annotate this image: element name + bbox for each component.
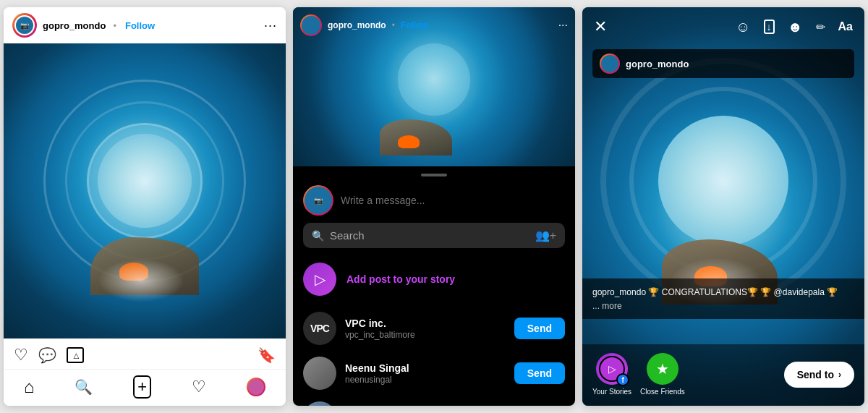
heart-nav-button[interactable]: ♡ — [192, 378, 206, 396]
pen-icon[interactable]: ✏ — [816, 20, 825, 34]
post-image — [4, 43, 286, 339]
story-bottom-bar: ▷ f Your Stories ★ Close Friends Send to… — [582, 344, 864, 406]
bookmark-button[interactable]: 🔖 — [258, 346, 276, 364]
close-friends-label: Close Friends — [640, 388, 685, 396]
search-icon: 🔍 — [312, 230, 324, 242]
story-share-options: ▷ f Your Stories ★ Close Friends Send to… — [592, 353, 854, 396]
add-story-label[interactable]: Add post to your story — [346, 273, 455, 285]
contact-name: VPC inc. — [345, 318, 506, 329]
story-play-icon: ▷ — [608, 363, 616, 375]
instagram-post-panel: 📷 gopro_mondo • Follow ··· ♡ 💬 ▷ 🔖 ⌂ 🔍 +… — [4, 7, 286, 406]
preview-more[interactable]: ··· — [558, 19, 568, 32]
search-row[interactable]: 🔍 Search 👥+ — [303, 223, 565, 248]
profile-avatar-inner — [248, 379, 264, 395]
preview-jetski — [398, 135, 420, 148]
add-story-icon-circle: ▷ — [303, 263, 336, 296]
add-story-icon: ▷ — [315, 271, 326, 288]
send-button-2[interactable]: Send — [514, 362, 565, 384]
contact-row: Doga11798 doga11798 Send — [293, 396, 575, 406]
preview-follow[interactable]: Follow — [401, 20, 428, 30]
message-input[interactable] — [341, 195, 565, 206]
story-view-panel: ✕ ☺ ↓ ☻ ✏ Aa gopro_mondo gopro_mondo 🏆 C… — [582, 7, 864, 406]
preview-sky — [398, 43, 470, 116]
add-nav-button[interactable]: + — [133, 375, 151, 399]
post-actions: ♡ 💬 ▷ 🔖 — [4, 339, 286, 369]
sky-inner — [98, 134, 192, 228]
contact-handle: vpc_inc_baltimore — [345, 330, 506, 340]
contact-row: VPC VPC inc. vpc_inc_baltimore Send — [293, 306, 575, 351]
water-spray — [98, 259, 184, 302]
post-preview-thumbnail: gopro_mondo • Follow ··· — [293, 7, 575, 166]
like-button[interactable]: ♡ — [14, 346, 28, 365]
contact-list: VPC VPC inc. vpc_inc_baltimore Send Neen… — [293, 306, 575, 406]
contact-avatar-2 — [303, 357, 336, 390]
your-stories-label: Your Stories — [592, 388, 631, 396]
preview-avatar-inner — [302, 16, 320, 35]
drag-handle[interactable] — [421, 174, 447, 176]
story-user-avatar-inner — [601, 55, 618, 72]
contact-info-2: Neenu Singal neenusingal — [345, 362, 506, 385]
profile-nav-button[interactable] — [247, 378, 265, 396]
camera-icon: 📷 — [20, 22, 29, 30]
story-sky-circle — [658, 116, 788, 246]
bottom-nav: ⌂ 🔍 + ♡ — [4, 369, 286, 406]
home-nav-button[interactable]: ⌂ — [24, 377, 35, 397]
contact-info-vpc: VPC inc. vpc_inc_baltimore — [345, 318, 506, 340]
contact-row: Neenu Singal neenusingal Send — [293, 351, 575, 396]
story-username-tag: gopro_mondo — [592, 49, 854, 78]
avatar[interactable]: 📷 — [12, 13, 37, 38]
post-header: 📷 gopro_mondo • Follow ··· — [4, 7, 286, 43]
close-friends-option[interactable]: ★ Close Friends — [640, 353, 685, 396]
more-options-button[interactable]: ··· — [264, 18, 277, 33]
story-top-bar: ✕ ☺ ↓ ☻ ✏ Aa — [582, 7, 864, 43]
add-story-row[interactable]: ▷ Add post to your story — [293, 258, 575, 306]
contact-handle-2: neenusingal — [345, 375, 506, 385]
your-stories-option[interactable]: ▷ f Your Stories — [592, 353, 631, 396]
avatar-inner: 📷 — [14, 15, 35, 35]
vpc-avatar: VPC — [303, 312, 336, 345]
message-row: 📷 — [293, 182, 575, 223]
share-sheet-panel: gopro_mondo • Follow ··· 📷 🔍 Search 👥+ ▷… — [293, 7, 575, 406]
add-people-icon[interactable]: 👥+ — [535, 229, 556, 242]
story-caption-text: gopro_mondo 🏆 CONGRATULATIONS🏆 🏆 @davide… — [592, 286, 854, 299]
search-placeholder-text[interactable]: Search — [330, 229, 529, 242]
preview-username: gopro_mondo — [328, 20, 386, 30]
story-user-avatar — [600, 54, 620, 74]
text-mode-button[interactable]: Aa — [838, 20, 853, 33]
sticker-icon[interactable]: ☻ — [788, 19, 803, 35]
sender-avatar: 📷 — [303, 185, 333, 216]
more-link[interactable]: ... more — [592, 301, 622, 311]
star-icon: ★ — [656, 360, 669, 378]
sender-camera-icon: 📷 — [314, 197, 323, 205]
preview-dot: • — [392, 20, 395, 30]
close-story-button[interactable]: ✕ — [594, 17, 607, 36]
download-icon[interactable]: ↓ — [764, 20, 775, 34]
chevron-right-icon: › — [838, 370, 841, 380]
story-toolbar: ☺ ↓ ☻ ✏ Aa — [736, 19, 853, 35]
preview-avatar — [300, 14, 322, 36]
story-username[interactable]: gopro_mondo — [626, 59, 689, 69]
share-button[interactable]: ▷ — [67, 347, 84, 363]
send-to-button[interactable]: Send to › — [784, 362, 854, 388]
dot-separator: • — [113, 20, 116, 31]
send-button-vpc[interactable]: Send — [514, 318, 565, 339]
search-nav-button[interactable]: 🔍 — [75, 378, 93, 396]
your-stories-circle: ▷ f — [596, 353, 628, 385]
emoji-icon[interactable]: ☺ — [736, 19, 750, 35]
follow-button[interactable]: Follow — [125, 20, 155, 31]
send-to-label: Send to — [797, 369, 834, 380]
contact-name-2: Neenu Singal — [345, 362, 506, 374]
close-friends-circle: ★ — [647, 353, 678, 385]
facebook-badge: f — [616, 373, 629, 386]
contact-avatar-3 — [303, 401, 336, 406]
comment-button[interactable]: 💬 — [38, 346, 56, 364]
username[interactable]: gopro_mondo — [43, 20, 106, 31]
sender-avatar-inner: 📷 — [305, 187, 332, 214]
story-caption-bar: gopro_mondo 🏆 CONGRATULATIONS🏆 🏆 @davide… — [582, 278, 864, 319]
